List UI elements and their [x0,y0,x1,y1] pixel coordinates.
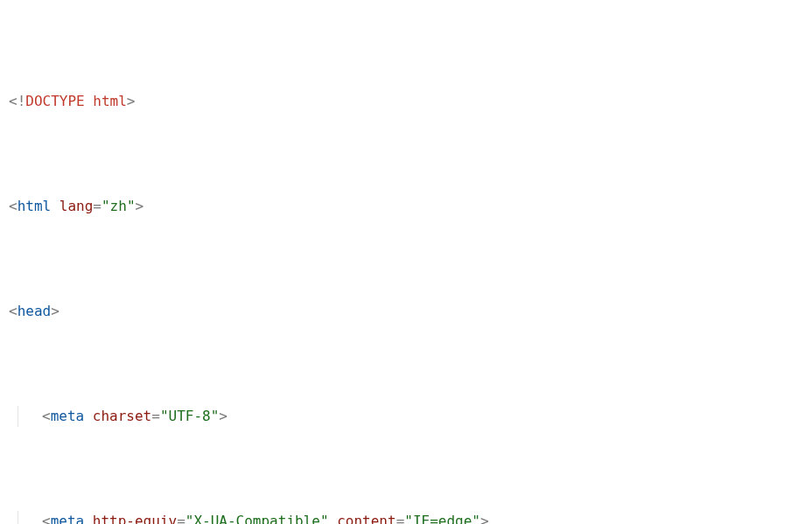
code-line: <head> [9,301,812,322]
punct: < [42,408,51,424]
code-editor[interactable]: <!DOCTYPE html> <html lang="zh"> <head> … [0,0,812,524]
space [84,513,93,524]
code-line: <!DOCTYPE html> [9,91,812,112]
attr-name: http-equiv [93,513,177,524]
punct: < [9,303,18,319]
attr-value: "X-UA-Compatible" [186,513,329,524]
doctype-html: html [93,93,127,109]
punct: = [151,408,160,424]
attr-name: content [337,513,396,524]
attr-value: "zh" [102,198,136,214]
code-line: <meta http-equiv="X-UA-Compatible" conte… [9,511,812,524]
punct: > [480,513,489,524]
doctype-keyword: DOCTYPE [25,93,93,109]
tag-name: meta [51,408,85,424]
punct: > [51,303,60,319]
punct: > [127,93,136,109]
punct: < [42,513,51,524]
punct: < [9,198,18,214]
space [84,408,93,424]
punct: > [136,198,144,214]
space [329,513,338,524]
punct: > [219,408,228,424]
attr-name: lang [60,198,94,214]
attr-value: "IE=edge" [404,513,480,524]
space [51,198,60,214]
code-line: <meta charset="UTF-8"> [9,406,812,427]
punct: = [396,513,405,524]
punct: = [93,198,102,214]
tag-name: meta [51,513,85,524]
punct: <! [9,93,25,109]
attr-name: charset [93,408,151,424]
punct: = [177,513,186,524]
tag-name: html [18,198,52,214]
code-line: <html lang="zh"> [9,196,812,217]
attr-value: "UTF-8" [160,408,219,424]
tag-name: head [18,303,52,319]
